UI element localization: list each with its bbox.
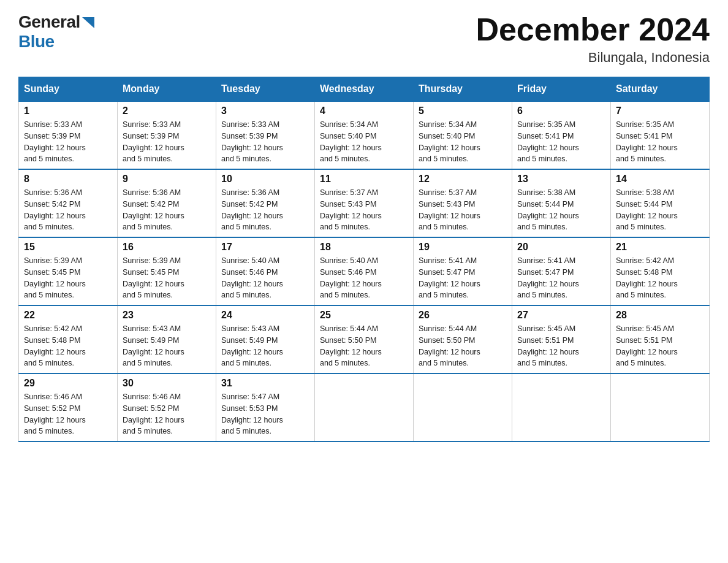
day-number: 29 — [24, 378, 112, 389]
logo-arrow-icon — [82, 17, 94, 28]
day-number: 28 — [616, 310, 704, 321]
day-info: Sunrise: 5:37 AMSunset: 5:43 PMDaylight:… — [320, 188, 382, 231]
logo-blue-text: Blue — [18, 32, 55, 51]
calendar-cell: 1 Sunrise: 5:33 AMSunset: 5:39 PMDayligh… — [19, 101, 118, 169]
day-number: 17 — [221, 242, 309, 253]
day-info: Sunrise: 5:39 AMSunset: 5:45 PMDaylight:… — [123, 256, 184, 299]
calendar-cell: 5 Sunrise: 5:34 AMSunset: 5:40 PMDayligh… — [414, 101, 512, 169]
header-friday: Friday — [512, 77, 611, 102]
day-info: Sunrise: 5:44 AMSunset: 5:50 PMDaylight:… — [320, 324, 382, 367]
calendar-location: Bilungala, Indonesia — [476, 50, 710, 66]
day-number: 24 — [221, 310, 309, 321]
day-info: Sunrise: 5:44 AMSunset: 5:50 PMDaylight:… — [419, 324, 480, 367]
calendar-cell: 30 Sunrise: 5:46 AMSunset: 5:52 PMDaylig… — [118, 373, 216, 442]
day-info: Sunrise: 5:42 AMSunset: 5:48 PMDaylight:… — [24, 324, 86, 367]
day-number: 14 — [616, 174, 704, 185]
calendar-title: December 2024 — [476, 12, 710, 47]
page-header: General Blue December 2024 Bilungala, In… — [18, 12, 710, 66]
day-info: Sunrise: 5:37 AMSunset: 5:43 PMDaylight:… — [419, 188, 480, 231]
day-info: Sunrise: 5:35 AMSunset: 5:41 PMDaylight:… — [517, 120, 579, 163]
day-number: 27 — [517, 310, 605, 321]
day-info: Sunrise: 5:47 AMSunset: 5:53 PMDaylight:… — [221, 393, 283, 435]
day-info: Sunrise: 5:34 AMSunset: 5:40 PMDaylight:… — [320, 120, 382, 163]
header-wednesday: Wednesday — [315, 77, 414, 102]
day-info: Sunrise: 5:40 AMSunset: 5:46 PMDaylight:… — [221, 256, 283, 299]
day-number: 12 — [419, 174, 507, 185]
day-number: 26 — [419, 310, 507, 321]
day-number: 15 — [24, 242, 112, 253]
week-row-5: 29 Sunrise: 5:46 AMSunset: 5:52 PMDaylig… — [19, 373, 710, 442]
day-number: 4 — [320, 105, 408, 117]
calendar-cell: 4 Sunrise: 5:34 AMSunset: 5:40 PMDayligh… — [315, 101, 414, 169]
calendar-cell: 3 Sunrise: 5:33 AMSunset: 5:39 PMDayligh… — [216, 101, 315, 169]
calendar-cell: 20 Sunrise: 5:41 AMSunset: 5:47 PMDaylig… — [512, 237, 611, 305]
calendar-cell: 7 Sunrise: 5:35 AMSunset: 5:41 PMDayligh… — [611, 101, 710, 169]
calendar-cell: 9 Sunrise: 5:36 AMSunset: 5:42 PMDayligh… — [118, 169, 216, 237]
day-number: 16 — [123, 242, 211, 253]
day-info: Sunrise: 5:38 AMSunset: 5:44 PMDaylight:… — [517, 188, 579, 231]
calendar-cell: 15 Sunrise: 5:39 AMSunset: 5:45 PMDaylig… — [19, 237, 118, 305]
day-info: Sunrise: 5:43 AMSunset: 5:49 PMDaylight:… — [123, 324, 184, 367]
day-info: Sunrise: 5:46 AMSunset: 5:52 PMDaylight:… — [123, 393, 184, 435]
calendar-header-row: SundayMondayTuesdayWednesdayThursdayFrid… — [19, 77, 710, 102]
day-number: 7 — [616, 105, 704, 117]
day-number: 3 — [221, 105, 309, 117]
svg-marker-0 — [82, 17, 94, 28]
calendar-cell: 14 Sunrise: 5:38 AMSunset: 5:44 PMDaylig… — [611, 169, 710, 237]
calendar-cell: 2 Sunrise: 5:33 AMSunset: 5:39 PMDayligh… — [118, 101, 216, 169]
calendar-cell: 23 Sunrise: 5:43 AMSunset: 5:49 PMDaylig… — [118, 305, 216, 373]
day-number: 31 — [221, 378, 309, 389]
day-info: Sunrise: 5:33 AMSunset: 5:39 PMDaylight:… — [221, 120, 283, 163]
day-info: Sunrise: 5:38 AMSunset: 5:44 PMDaylight:… — [616, 188, 678, 231]
day-number: 6 — [517, 105, 605, 117]
calendar-cell: 31 Sunrise: 5:47 AMSunset: 5:53 PMDaylig… — [216, 373, 315, 442]
day-info: Sunrise: 5:33 AMSunset: 5:39 PMDaylight:… — [24, 120, 86, 163]
day-number: 1 — [24, 105, 112, 117]
calendar-cell — [414, 373, 512, 442]
day-info: Sunrise: 5:43 AMSunset: 5:49 PMDaylight:… — [221, 324, 283, 367]
week-row-2: 8 Sunrise: 5:36 AMSunset: 5:42 PMDayligh… — [19, 169, 710, 237]
day-number: 25 — [320, 310, 408, 321]
calendar-cell — [512, 373, 611, 442]
calendar-cell: 12 Sunrise: 5:37 AMSunset: 5:43 PMDaylig… — [414, 169, 512, 237]
calendar-cell: 18 Sunrise: 5:40 AMSunset: 5:46 PMDaylig… — [315, 237, 414, 305]
day-info: Sunrise: 5:39 AMSunset: 5:45 PMDaylight:… — [24, 256, 86, 299]
day-info: Sunrise: 5:45 AMSunset: 5:51 PMDaylight:… — [616, 324, 678, 367]
day-info: Sunrise: 5:36 AMSunset: 5:42 PMDaylight:… — [221, 188, 283, 231]
calendar-cell: 6 Sunrise: 5:35 AMSunset: 5:41 PMDayligh… — [512, 101, 611, 169]
day-info: Sunrise: 5:45 AMSunset: 5:51 PMDaylight:… — [517, 324, 579, 367]
header-thursday: Thursday — [414, 77, 512, 102]
calendar-cell: 25 Sunrise: 5:44 AMSunset: 5:50 PMDaylig… — [315, 305, 414, 373]
calendar-table: SundayMondayTuesdayWednesdayThursdayFrid… — [18, 77, 710, 442]
calendar-cell: 26 Sunrise: 5:44 AMSunset: 5:50 PMDaylig… — [414, 305, 512, 373]
header-sunday: Sunday — [19, 77, 118, 102]
day-number: 11 — [320, 174, 408, 185]
day-info: Sunrise: 5:41 AMSunset: 5:47 PMDaylight:… — [517, 256, 579, 299]
day-info: Sunrise: 5:46 AMSunset: 5:52 PMDaylight:… — [24, 393, 86, 435]
calendar-cell: 10 Sunrise: 5:36 AMSunset: 5:42 PMDaylig… — [216, 169, 315, 237]
day-number: 19 — [419, 242, 507, 253]
day-number: 21 — [616, 242, 704, 253]
calendar-cell — [315, 373, 414, 442]
header-saturday: Saturday — [611, 77, 710, 102]
day-number: 13 — [517, 174, 605, 185]
calendar-cell: 16 Sunrise: 5:39 AMSunset: 5:45 PMDaylig… — [118, 237, 216, 305]
calendar-cell: 27 Sunrise: 5:45 AMSunset: 5:51 PMDaylig… — [512, 305, 611, 373]
calendar-cell: 22 Sunrise: 5:42 AMSunset: 5:48 PMDaylig… — [19, 305, 118, 373]
day-info: Sunrise: 5:36 AMSunset: 5:42 PMDaylight:… — [123, 188, 184, 231]
day-number: 20 — [517, 242, 605, 253]
day-info: Sunrise: 5:42 AMSunset: 5:48 PMDaylight:… — [616, 256, 678, 299]
day-info: Sunrise: 5:34 AMSunset: 5:40 PMDaylight:… — [419, 120, 480, 163]
calendar-cell: 21 Sunrise: 5:42 AMSunset: 5:48 PMDaylig… — [611, 237, 710, 305]
week-row-1: 1 Sunrise: 5:33 AMSunset: 5:39 PMDayligh… — [19, 101, 710, 169]
logo: General Blue — [18, 12, 94, 52]
calendar-cell: 13 Sunrise: 5:38 AMSunset: 5:44 PMDaylig… — [512, 169, 611, 237]
calendar-cell — [611, 373, 710, 442]
header-tuesday: Tuesday — [216, 77, 315, 102]
day-number: 30 — [123, 378, 211, 389]
logo-general-text: General — [18, 12, 80, 32]
calendar-cell: 11 Sunrise: 5:37 AMSunset: 5:43 PMDaylig… — [315, 169, 414, 237]
day-info: Sunrise: 5:35 AMSunset: 5:41 PMDaylight:… — [616, 120, 678, 163]
day-number: 9 — [123, 174, 211, 185]
week-row-4: 22 Sunrise: 5:42 AMSunset: 5:48 PMDaylig… — [19, 305, 710, 373]
